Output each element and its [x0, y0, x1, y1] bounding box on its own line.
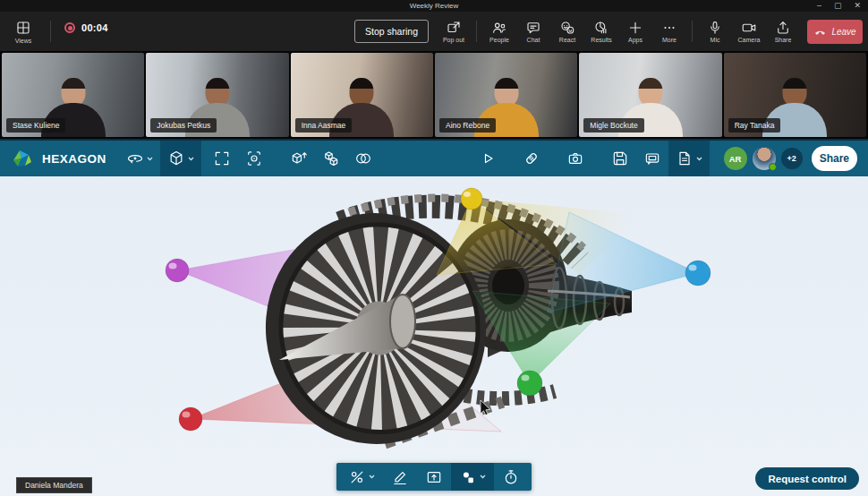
- save-floppy-icon: [611, 150, 629, 167]
- stopwatch-icon: [502, 468, 520, 486]
- microphone-icon: [707, 20, 723, 36]
- eraser-tool-button[interactable]: [515, 141, 548, 176]
- chat-button[interactable]: Chat: [516, 13, 550, 49]
- app-share-button[interactable]: Share: [812, 146, 857, 171]
- cube-icon: [167, 150, 185, 167]
- document-icon: [676, 150, 694, 167]
- hexagon-logo-icon: [11, 148, 34, 169]
- participant-tile[interactable]: Ray Tanaka: [724, 53, 866, 137]
- export-model-button[interactable]: [283, 141, 315, 176]
- chevron-down-icon: [696, 157, 702, 161]
- report-document-button[interactable]: [668, 141, 710, 176]
- marker-red[interactable]: [179, 407, 202, 431]
- timer-tool-button[interactable]: [494, 463, 528, 491]
- chat-icon: [525, 20, 541, 36]
- compare-views-button[interactable]: [347, 141, 379, 176]
- pencil-icon: [391, 468, 409, 486]
- people-icon: [491, 20, 507, 36]
- results-icon: [593, 20, 609, 36]
- participant-name: Aino Rebone: [439, 118, 496, 133]
- camera-button[interactable]: Camera: [732, 13, 766, 49]
- ellipsis-icon: [661, 20, 677, 36]
- share-screen-button[interactable]: Share: [766, 13, 800, 49]
- marker-yellow[interactable]: [461, 188, 482, 210]
- cube-arrow-up-icon: [290, 150, 308, 167]
- hexagon-app-toolbar: HEXAGON: [0, 139, 868, 176]
- window-title: Weekly Review: [410, 2, 459, 10]
- maximize-button[interactable]: ▢: [834, 0, 842, 12]
- plus-icon: [627, 20, 643, 36]
- window-titlebar: Weekly Review – ▢ ✕: [0, 0, 868, 12]
- expand-icon: [213, 150, 231, 167]
- presence-dot: [769, 163, 777, 171]
- chevron-down-icon: [369, 475, 375, 479]
- views-button[interactable]: Views: [5, 16, 41, 47]
- avatar-overflow-badge[interactable]: +2: [781, 148, 803, 169]
- pop-out-button[interactable]: Pop out: [437, 13, 471, 49]
- play-icon: [479, 150, 497, 167]
- present-view-button[interactable]: [417, 463, 451, 491]
- rotation-center-button[interactable]: [238, 141, 270, 176]
- participant-tile[interactable]: Inna Aasmae: [291, 53, 433, 137]
- measure-icon: [348, 468, 366, 486]
- participant-tile[interactable]: Stase Kuliene: [2, 53, 144, 137]
- marker-green[interactable]: [517, 371, 542, 396]
- eraser-icon: [523, 150, 540, 167]
- apps-button[interactable]: Apps: [618, 13, 652, 49]
- pop-out-icon: [446, 20, 462, 36]
- play-animation-button[interactable]: [472, 141, 504, 176]
- measure-tool-button[interactable]: [340, 463, 383, 491]
- model-parts-button[interactable]: [315, 141, 347, 176]
- leave-button[interactable]: Leave: [807, 20, 863, 44]
- participant-name: Inna Aasmae: [295, 118, 353, 133]
- cad-viewport[interactable]: Daniela Mandera: [0, 176, 868, 496]
- chevron-down-icon: [480, 475, 486, 479]
- participant-video-strip: Stase Kuliene Jokubas Petkus Inna Aasmae…: [0, 51, 868, 139]
- marker-magenta[interactable]: [166, 259, 189, 282]
- comments-button[interactable]: [636, 141, 668, 176]
- orbit-mode-button[interactable]: [119, 141, 160, 176]
- overlapping-spheres-icon: [354, 150, 372, 167]
- stop-sharing-button[interactable]: Stop sharing: [354, 20, 429, 43]
- mic-button[interactable]: Mic: [698, 13, 732, 49]
- annotation-toolbar: [336, 463, 532, 491]
- avatar[interactable]: [753, 147, 776, 170]
- minimize-button[interactable]: –: [817, 0, 821, 12]
- comment-icon: [643, 150, 661, 167]
- save-button[interactable]: [604, 141, 636, 176]
- presenter-name-tooltip: Daniela Mandera: [16, 477, 92, 493]
- recording-time: 00:04: [81, 22, 108, 33]
- chevron-down-icon: [188, 157, 194, 161]
- camera-video-icon: [741, 20, 757, 36]
- request-control-button[interactable]: Request control: [755, 467, 859, 490]
- participant-name: Migle Bockute: [583, 118, 643, 133]
- results-button[interactable]: Results: [584, 13, 618, 49]
- people-button[interactable]: People: [482, 13, 516, 49]
- close-button[interactable]: ✕: [854, 0, 861, 12]
- participant-tile[interactable]: Migle Bockute: [579, 53, 721, 137]
- hang-up-icon: [813, 25, 827, 38]
- recording-indicator: 00:04: [64, 22, 108, 33]
- markers-tool-button[interactable]: [451, 463, 494, 491]
- more-button[interactable]: More: [652, 13, 686, 49]
- grid-views-icon: [15, 20, 31, 36]
- fit-view-button[interactable]: [206, 141, 238, 176]
- shapes-icon: [459, 468, 477, 486]
- draw-tool-button[interactable]: [383, 463, 417, 491]
- meeting-toolbar: Views 00:04 Stop sharing Pop out People: [0, 12, 868, 51]
- share-tray-icon: [775, 20, 791, 36]
- divider: [692, 21, 693, 42]
- react-button[interactable]: React: [550, 13, 584, 49]
- two-cubes-icon: [322, 150, 340, 167]
- collaborator-avatars: AR +2: [724, 147, 803, 170]
- avatar[interactable]: AR: [724, 147, 747, 170]
- participant-tile[interactable]: Jokubas Petkus: [146, 53, 288, 137]
- participant-tile[interactable]: Aino Rebone: [435, 53, 577, 137]
- screenshot-button[interactable]: [559, 141, 591, 176]
- participant-name: Stase Kuliene: [6, 118, 65, 133]
- camera-icon: [566, 150, 584, 167]
- view-cube-button[interactable]: [160, 141, 201, 176]
- orbit-icon: [126, 150, 144, 167]
- divider: [476, 21, 477, 42]
- marker-blue[interactable]: [685, 261, 711, 286]
